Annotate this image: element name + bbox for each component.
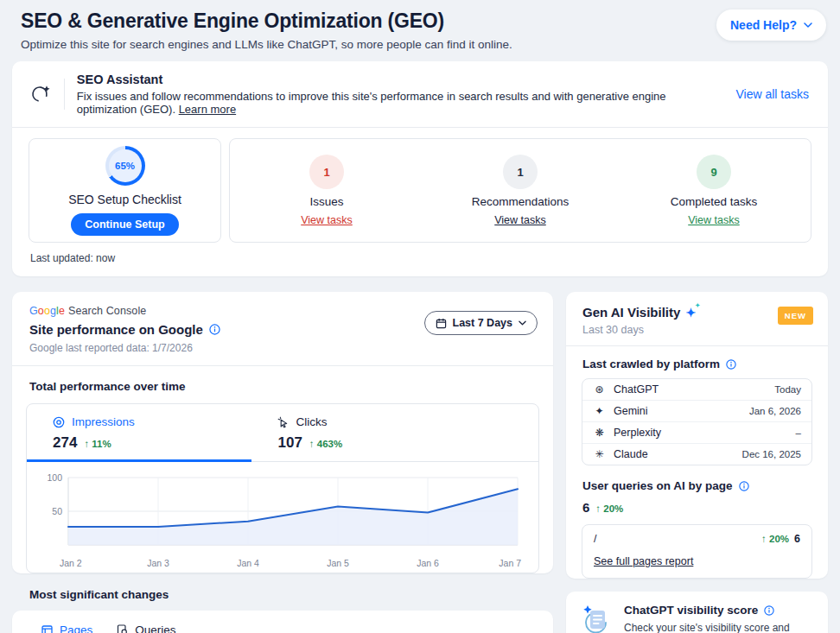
issues-summary: 1 Issues View tasks xyxy=(230,155,423,226)
tab-impressions[interactable]: Impressions 274 ↑ 11% xyxy=(27,404,251,462)
user-queries-title: User queries on AI by page xyxy=(582,479,733,492)
gen-ai-visibility-title: Gen AI Visibility xyxy=(582,305,680,320)
impressions-delta: ↑ 11% xyxy=(84,439,111,449)
see-full-pages-report-link[interactable]: See full pages report xyxy=(594,555,693,567)
issues-view-tasks-link[interactable]: View tasks xyxy=(301,214,353,226)
site-performance-title: Site performance on Google xyxy=(29,322,203,337)
seo-assistant-panel: SEO Assistant Fix issues and follow reco… xyxy=(12,61,828,276)
platform-name: Gemini xyxy=(614,405,648,417)
platform-row-chatgpt: ⊛ ChatGPT Today xyxy=(582,379,811,400)
platform-last-crawl: – xyxy=(796,427,801,438)
vertical-divider xyxy=(64,79,65,110)
site-performance-panel: GoogleSearch Console Site performance on… xyxy=(12,292,553,573)
queries-by-page-card: / ↑ 20% 6 See full pages report xyxy=(582,524,812,579)
info-icon[interactable] xyxy=(764,605,774,616)
platform-row-gemini: ✦ Gemini Jan 6, 2026 xyxy=(582,400,811,421)
pages-icon xyxy=(41,625,53,633)
platform-name: ChatGPT xyxy=(614,383,659,396)
queries-total: 6 xyxy=(582,500,589,515)
recommendations-view-tasks-link[interactable]: View tasks xyxy=(494,214,546,226)
new-badge: NEW xyxy=(778,307,813,325)
svg-text:Jan 2: Jan 2 xyxy=(60,558,82,568)
last-updated-text: Last updated: now xyxy=(12,243,828,276)
page-subtitle: Optimize this site for search engines an… xyxy=(21,38,512,51)
recommendations-label: Recommendations xyxy=(472,195,570,208)
platform-row-perplexity: ❋ Perplexity – xyxy=(582,421,811,443)
info-icon[interactable] xyxy=(726,359,736,370)
progress-ring: 65% xyxy=(105,146,145,186)
svg-text:Jan 7: Jan 7 xyxy=(499,558,521,568)
platform-last-crawl: Dec 16, 2025 xyxy=(742,449,801,459)
completed-summary: 9 Completed tasks View tasks xyxy=(617,155,811,226)
chatgpt-icon: ⊛ xyxy=(593,383,606,396)
up-arrow-icon: ↑ xyxy=(84,439,92,449)
need-help-label: Need Help? xyxy=(730,18,797,32)
tab-clicks[interactable]: Clicks 107 ↑ 463% xyxy=(251,404,538,462)
most-significant-changes-title: Most significant changes xyxy=(29,588,553,601)
completed-count-badge: 9 xyxy=(697,155,731,189)
clicks-cursor-icon xyxy=(277,416,289,428)
last-crawled-title: Last crawled by platform xyxy=(582,358,720,370)
tab-pages-label: Pages xyxy=(60,624,92,633)
seo-assistant-icon xyxy=(29,83,52,105)
svg-text:50: 50 xyxy=(52,506,62,516)
clicks-delta: ↑ 463% xyxy=(309,439,342,449)
info-icon[interactable] xyxy=(209,324,220,335)
svg-text:Jan 6: Jan 6 xyxy=(417,558,439,568)
page-row: / ↑ 20% 6 xyxy=(594,533,800,545)
queries-icon xyxy=(117,624,128,633)
platform-row-claude: ✳ Claude Dec 16, 2025 xyxy=(582,443,811,465)
chatgpt-visibility-score-card[interactable]: ChatGPT visibility score Check your site… xyxy=(566,592,828,633)
gen-ai-subtitle: Last 30 days xyxy=(582,324,696,336)
svg-text:Jan 4: Jan 4 xyxy=(237,558,259,568)
recommendations-count-badge: 1 xyxy=(503,155,538,189)
progress-percent: 65% xyxy=(115,161,135,171)
continue-setup-button[interactable]: Continue Setup xyxy=(71,213,178,236)
google-search-console-logo: GoogleSearch Console xyxy=(29,305,220,317)
up-arrow-icon: ↑ xyxy=(761,534,769,544)
assistant-description-text: Fix issues and follow recommendations to… xyxy=(77,90,666,116)
visibility-score-icon xyxy=(579,604,614,633)
assistant-description: Fix issues and follow recommendations to… xyxy=(77,90,724,116)
google-logo-letters: Google xyxy=(29,305,65,317)
page-header: SEO & Generative Engine Optimization (GE… xyxy=(0,0,840,51)
visibility-score-description: Check your site's visibility score and p… xyxy=(624,621,815,633)
platform-name: Perplexity xyxy=(614,427,661,439)
svg-text:Jan 5: Jan 5 xyxy=(327,558,349,568)
assistant-title: SEO Assistant xyxy=(77,73,724,86)
learn-more-link[interactable]: Learn more xyxy=(179,103,236,116)
date-range-button[interactable]: Last 7 Days xyxy=(424,311,538,335)
date-range-label: Last 7 Days xyxy=(453,317,512,329)
clicks-value: 107 xyxy=(277,434,302,452)
page-query-count: 6 xyxy=(794,533,800,545)
total-performance-title: Total performance over time xyxy=(12,366,553,403)
chevron-down-icon xyxy=(519,320,526,326)
issues-label: Issues xyxy=(309,195,343,208)
need-help-button[interactable]: Need Help? xyxy=(716,9,826,41)
claude-icon: ✳ xyxy=(593,448,606,460)
calendar-icon xyxy=(436,318,447,329)
significant-changes-card: Pages Queries xyxy=(12,611,553,633)
tab-queries[interactable]: Queries xyxy=(117,624,175,633)
issues-count-badge: 1 xyxy=(309,155,344,189)
queries-delta: ↑ 20% xyxy=(595,503,623,514)
completed-view-tasks-link[interactable]: View tasks xyxy=(688,214,740,226)
page-title: SEO & Generative Engine Optimization (GE… xyxy=(21,9,512,33)
gemini-icon: ✦ xyxy=(593,405,606,417)
performance-chart: 50100Jan 2Jan 3Jan 4Jan 5Jan 6Jan 7 xyxy=(29,469,526,571)
checklist-title: SEO Setup Checklist xyxy=(68,193,181,206)
performance-chart-card: Impressions 274 ↑ 11% Clicks xyxy=(26,403,539,573)
sparkle-icon: ✦✦ xyxy=(685,307,696,319)
visibility-score-title: ChatGPT visibility score xyxy=(624,604,758,617)
impressions-value: 274 xyxy=(53,434,77,452)
tab-queries-label: Queries xyxy=(135,624,175,633)
info-icon[interactable] xyxy=(739,481,749,491)
search-console-label: Search Console xyxy=(68,305,146,317)
svg-text:Jan 3: Jan 3 xyxy=(147,558,169,568)
tasks-summary-card: 1 Issues View tasks 1 Recommendations Vi… xyxy=(229,138,811,243)
perplexity-icon: ❋ xyxy=(593,427,606,439)
view-all-tasks-link[interactable]: View all tasks xyxy=(735,87,809,101)
tab-pages[interactable]: Pages xyxy=(41,624,92,633)
up-arrow-icon: ↑ xyxy=(309,439,317,449)
chevron-down-icon xyxy=(804,22,812,28)
